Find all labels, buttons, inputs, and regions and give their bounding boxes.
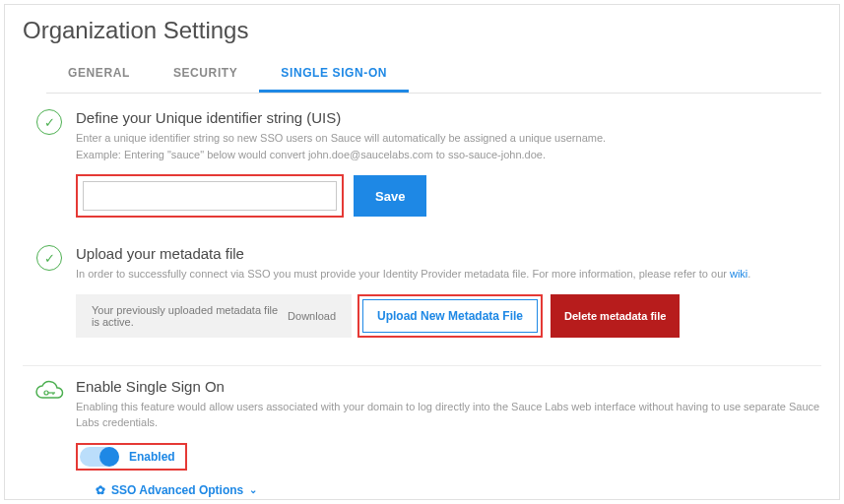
check-icon: ✓ <box>44 116 55 129</box>
upload-metadata-button[interactable]: Upload New Metadata File <box>362 299 538 333</box>
sso-advanced-options-link[interactable]: ✿ SSO Advanced Options ⌄ <box>96 483 257 497</box>
advanced-label: SSO Advanced Options <box>111 483 243 497</box>
check-icon: ✓ <box>44 252 55 265</box>
tabs-bar: GENERAL SECURITY SINGLE SIGN-ON <box>46 58 821 94</box>
section-uis: ✓ Define your Unique identifier string (… <box>23 107 821 218</box>
section-metadata: ✓ Upload your metadata file In order to … <box>23 243 821 338</box>
svg-point-0 <box>44 391 48 395</box>
page-title: Organization Settings <box>23 17 821 44</box>
delete-metadata-button[interactable]: Delete metadata file <box>551 294 680 338</box>
sso-enabled-toggle[interactable] <box>80 447 119 467</box>
toggle-highlight: Enabled <box>76 443 187 471</box>
upload-highlight: Upload New Metadata File <box>357 294 543 338</box>
uis-input-highlight <box>76 174 344 218</box>
download-link[interactable]: Download <box>288 310 336 322</box>
tab-security[interactable]: SECURITY <box>152 58 259 93</box>
chevron-down-icon: ⌄ <box>249 484 257 495</box>
settings-panel: Organization Settings GENERAL SECURITY S… <box>4 4 840 500</box>
step-complete-icon: ✓ <box>36 109 62 135</box>
divider <box>23 365 821 366</box>
cloud-key-icon <box>33 378 65 404</box>
enable-title: Enable Single Sign On <box>76 378 821 395</box>
tab-single-sign-on[interactable]: SINGLE SIGN-ON <box>259 58 409 93</box>
uis-input[interactable] <box>83 181 337 211</box>
tab-general[interactable]: GENERAL <box>46 58 152 93</box>
section-enable-sso: Enable Single Sign On Enabling this feat… <box>23 376 821 498</box>
gear-icon: ✿ <box>96 483 105 497</box>
step-complete-icon: ✓ <box>36 245 62 271</box>
uis-title: Define your Unique identifier string (UI… <box>76 109 821 126</box>
enable-help: Enabling this feature would allow users … <box>76 399 821 431</box>
metadata-help: In order to successfully connect via SSO… <box>76 266 821 283</box>
save-button[interactable]: Save <box>354 175 426 217</box>
uis-help: Enter a unique identifier string so new … <box>76 130 821 162</box>
toggle-label: Enabled <box>129 450 175 464</box>
wiki-link[interactable]: wiki <box>730 268 747 280</box>
metadata-status: Your previously uploaded metadata file i… <box>76 294 352 338</box>
metadata-title: Upload your metadata file <box>76 245 821 262</box>
